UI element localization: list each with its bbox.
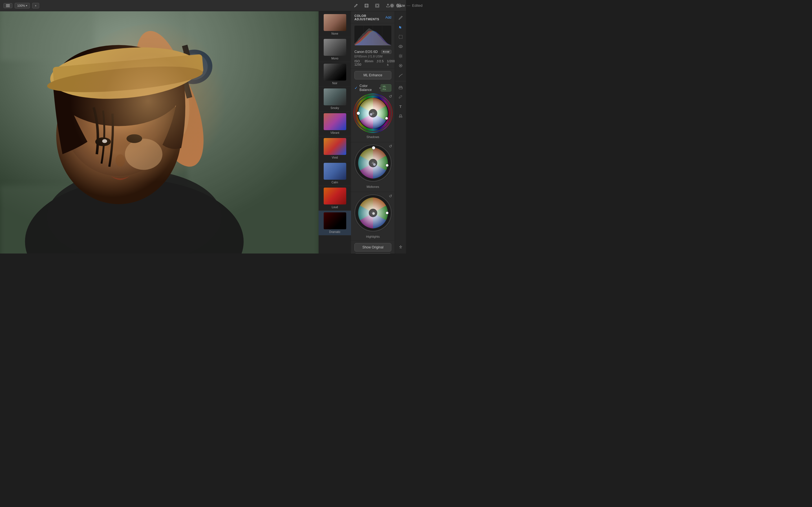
shadows-reset-button[interactable]: ↺ [388,94,393,99]
camera-lens: EF85mm ƒ/1.8 USM [354,55,391,58]
divider-1 [351,142,395,142]
filter-vivid-label: Vivid [332,156,338,159]
svg-point-58 [370,113,372,116]
pencil-tool-button[interactable] [396,93,405,101]
filter-smoky[interactable]: Smoky [319,87,351,112]
filter-mono[interactable]: Mono [319,37,351,62]
zoom-control[interactable]: 100% ▾ [15,3,30,8]
filter-vibrant-thumb [324,113,346,130]
svg-line-85 [402,55,402,55]
zoom-label: 100% [17,4,25,7]
reset-adjustments-button[interactable]: Reset Adjustments [354,253,391,253]
sun-tool-button[interactable] [396,52,405,60]
frame-toolbar-btn[interactable] [373,2,381,10]
svg-rect-37 [52,54,204,86]
svg-point-77 [400,46,401,47]
histogram-container [354,25,391,45]
highlights-wheel-wrapper: ↺ [354,193,391,234]
filter-dramatic[interactable]: Dramatic [319,211,351,235]
titlebar: 100% ▾ + Gaze — Edited [0,0,406,11]
filter-vibrant[interactable]: Vibrant [319,112,351,136]
svg-rect-91 [399,116,402,117]
filter-none-label: None [332,32,338,35]
color-balance-left: ✓ Color Balance ▾ [354,84,380,92]
svg-point-78 [400,55,402,57]
svg-point-42 [102,139,107,143]
midtones-wheel-wrapper: ↺ [354,144,391,184]
filter-noir-label: Noir [332,82,337,85]
svg-point-35 [53,45,184,126]
app-icon [390,3,395,8]
eraser-tool-button[interactable] [396,83,405,92]
filter-smoky-thumb [324,89,346,105]
svg-rect-31 [182,45,192,64]
zoom-plus-button[interactable]: + [32,3,39,8]
svg-point-40 [95,137,111,146]
svg-point-6 [357,4,357,5]
svg-rect-13 [376,4,378,6]
app-name: Gaze [396,3,405,8]
filter-none-thumb [324,14,346,31]
sparkle-tool-button[interactable] [396,243,405,251]
ml-fix-badge[interactable]: ML Fix [380,84,391,92]
add-adjustment-button[interactable]: Add [386,15,391,19]
selection-tool-button[interactable] [396,33,405,41]
ml-enhance-button[interactable]: ML Enhance [354,71,391,79]
svg-point-28 [183,56,204,78]
crop-toolbar-btn[interactable] [363,2,370,10]
eye-tool-button[interactable] [396,42,405,51]
titlebar-center: Gaze — Edited [390,3,406,8]
camera-settings: ISO 1250 85mm ƒ/2.5 1/200 s [354,59,391,66]
svg-point-27 [177,52,210,82]
filter-mono-label: Mono [331,57,338,60]
midtones-label: Midtones [354,185,391,188]
svg-line-86 [399,57,400,58]
midtones-reset-button[interactable]: ↺ [388,144,393,149]
svg-point-66 [386,164,389,167]
text-tool-icon: T [400,105,402,109]
highlights-reset-button[interactable]: ↺ [388,193,393,199]
svg-rect-92 [400,115,402,116]
circle-tool-button[interactable] [396,61,405,70]
brush-tool-button[interactable] [396,71,405,79]
adjustments-panel: COLOR ADJUSTMENTS Add [351,11,395,253]
svg-line-30 [193,63,199,67]
iso-value: ISO 1250 [354,59,361,66]
arrow-tool-button[interactable] [396,23,405,32]
filmstrip: None Mono Noir Smoky [319,11,351,253]
midtones-wheel-svg [353,144,393,183]
svg-point-34 [63,57,175,176]
svg-rect-2 [6,6,10,7]
show-original-button[interactable]: Show Original [354,243,391,251]
svg-line-83 [399,55,400,55]
pen-tool-button[interactable] [396,13,405,22]
highlights-label: Highlights [354,235,391,238]
camera-info: Canon EOS 6D RAW EF85mm ƒ/1.8 USM ISO 12… [351,48,395,69]
shadows-wheel-svg [353,94,393,133]
svg-point-24 [127,40,216,175]
filter-none[interactable]: None [319,12,351,37]
filter-mono-thumb [324,39,346,56]
filter-calm[interactable]: Calm [319,161,351,186]
raw-badge: RAW [381,50,391,54]
sidebar-toggle[interactable] [3,3,12,8]
filter-vivid[interactable]: Vivid [319,136,351,161]
svg-rect-12 [375,4,379,7]
photo-area [0,11,319,253]
filter-dramatic-thumb [324,212,346,229]
svg-point-65 [373,163,376,166]
filter-loud[interactable]: Loud [319,186,351,211]
color-balance-header: ✓ Color Balance ▾ ML Fix [351,82,395,94]
svg-point-75 [386,212,389,214]
svg-rect-76 [399,35,402,39]
photo-display [0,11,319,253]
aperture: ƒ/2.5 [377,59,384,66]
shadows-wheel-wrapper: ↺ [354,94,391,134]
text-tool-button[interactable]: T [396,102,405,111]
filter-noir[interactable]: Noir [319,62,351,87]
zoom-chevron: ▾ [26,4,28,7]
pen-toolbar-btn[interactable] [352,2,360,10]
svg-point-56 [357,112,360,115]
stamp-tool-button[interactable] [396,112,405,120]
midtones-section: ↺ [351,144,395,191]
